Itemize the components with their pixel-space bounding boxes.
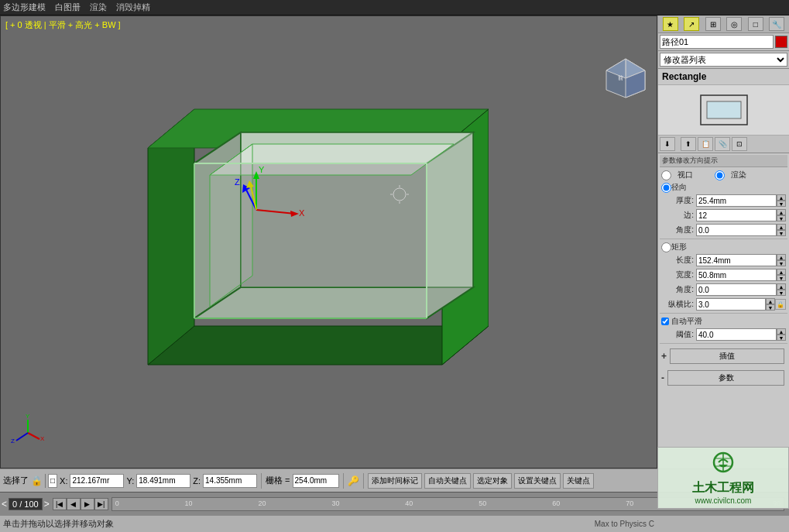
angle2-down[interactable]: ▼ [777,290,786,296]
svg-text:Y: Y [26,414,30,420]
key-icon[interactable]: 🔑 [348,475,359,486]
mark-30: 30 [331,499,339,507]
icon-circle[interactable]: ◎ [726,17,742,31]
length-input[interactable] [696,254,777,266]
icon-pin-up[interactable]: ⬆ [681,137,696,151]
side-down[interactable]: ▼ [777,215,786,221]
side-input[interactable] [696,209,777,221]
select-label: 选择了 [3,475,29,486]
svg-text:X: X [299,208,305,218]
plus-icon: - [661,372,664,383]
sep2 [343,473,344,489]
side-up[interactable]: ▲ [777,209,786,215]
length-label: 长度: [661,255,696,266]
svg-text:Y: Y [259,165,265,174]
angle-input[interactable] [696,224,777,236]
angle-up[interactable]: ▲ [777,224,786,230]
threshold-up[interactable]: ▲ [777,328,786,335]
tab-album[interactable]: 白图册 [55,2,81,13]
icon-something[interactable]: ⊡ [732,137,747,151]
mark-10: 10 [185,499,193,507]
icon-grid[interactable]: ⊞ [705,17,721,31]
width-spinner: ▲ ▼ [777,269,786,281]
width-input[interactable] [696,269,777,281]
lock-icon[interactable]: 🔒 [31,475,43,486]
x-input[interactable] [70,474,124,488]
minus-icon: + [661,351,667,362]
thickness-up[interactable]: ▲ [777,194,786,201]
threshold-input[interactable] [696,328,777,341]
key-point-btn[interactable]: 关键点 [563,473,594,489]
length-down[interactable]: ▼ [777,260,786,266]
width-up[interactable]: ▲ [777,269,786,275]
icon-copy[interactable]: 📋 [698,137,713,151]
radio-render[interactable] [715,170,725,180]
select-set-btn[interactable]: 选定对象 [473,473,512,489]
viewport: [ + 0 透视 | 平滑 + 高光 + BW ] [0,15,657,469]
ratio-lock[interactable]: 🔒 [775,299,786,310]
threshold-down[interactable]: ▼ [777,335,786,341]
right-panel: ★ ↗ ⊞ ◎ □ 🔧 修改器列表 Rectangle [657,15,789,469]
radio-radial[interactable] [661,183,671,193]
ratio-up[interactable]: ▲ [766,298,775,304]
left-bracket[interactable]: < [2,499,7,510]
viewport-label: [ + 0 透视 | 平滑 + 高光 + BW ] [5,19,121,31]
ratio-input[interactable] [696,298,766,311]
angle2-up[interactable]: ▲ [777,283,786,290]
rect-radio-row: 矩形 [660,241,787,253]
tab-clear[interactable]: 消毁掉精 [116,2,150,13]
direction-label: 径向 [671,182,687,193]
grid-input[interactable] [293,474,339,488]
icon-wrench[interactable]: 🔧 [769,17,784,31]
add-time-mark-btn[interactable]: 添加时间标记 [368,473,422,489]
tl-play-btn[interactable]: ▶ [81,498,94,510]
tab-render[interactable]: 渲染 [90,2,107,13]
radio-viewport[interactable] [661,170,671,180]
tl-prev-btn[interactable]: ◀ [67,498,81,510]
length-spinner: ▲ ▼ [777,254,786,266]
tl-start-btn[interactable]: |◀ [53,498,67,510]
right-bracket[interactable]: > [44,499,50,510]
ratio-down[interactable]: ▼ [766,304,775,311]
icon-pin-down[interactable]: ⬇ [660,137,675,151]
thickness-input[interactable] [696,194,777,207]
icon-arrow[interactable]: ↗ [684,17,699,31]
length-up[interactable]: ▲ [777,254,786,260]
modifier-select[interactable]: 修改器列表 [660,53,787,67]
length-row: 长度: ▲ ▼ [660,253,787,267]
auto-smooth-checkbox[interactable] [661,317,669,325]
insert-button[interactable]: 插值 [670,348,784,364]
watermark-url-text: www.civilcn.com [695,496,752,505]
path-color-swatch[interactable] [775,36,787,48]
coord-display: □ [48,474,57,488]
icon-star[interactable]: ★ [663,17,678,31]
rectangle-preview [658,85,789,136]
bottom-right-text: Max to Physics C [595,520,654,528]
svg-text:Z: Z [235,177,240,187]
angle2-spinner: ▲ ▼ [777,283,786,296]
thickness-label: 厚度: [661,195,696,206]
params-button[interactable]: 参数 [667,370,784,386]
angle2-input[interactable] [696,283,777,296]
z-input[interactable] [203,474,257,488]
path-name-input[interactable] [660,35,774,49]
angle-down[interactable]: ▼ [777,230,786,236]
threshold-spinner: ▲ ▼ [777,328,786,341]
thickness-down[interactable]: ▼ [777,201,786,207]
tab-modeling[interactable]: 多边形建模 [3,2,46,13]
auto-key-btn[interactable]: 自动关键点 [424,473,471,489]
grid-label: 栅格 = [266,475,290,486]
side-label: 边: [661,210,696,221]
icon-square[interactable]: □ [748,17,763,31]
y-input[interactable] [136,474,190,488]
path-row [658,33,789,51]
width-down[interactable]: ▼ [777,275,786,281]
mark-50: 50 [479,499,486,507]
radio-rect[interactable] [661,242,671,252]
nav-cube[interactable]: 前 [602,55,649,101]
threshold-label: 阈值: [661,329,696,340]
icon-paste[interactable]: 📎 [715,137,730,151]
rectangle-label: Rectangle [658,69,789,85]
tl-next-btn[interactable]: ▶| [94,498,108,510]
set-key-btn[interactable]: 设置关键点 [514,473,561,489]
